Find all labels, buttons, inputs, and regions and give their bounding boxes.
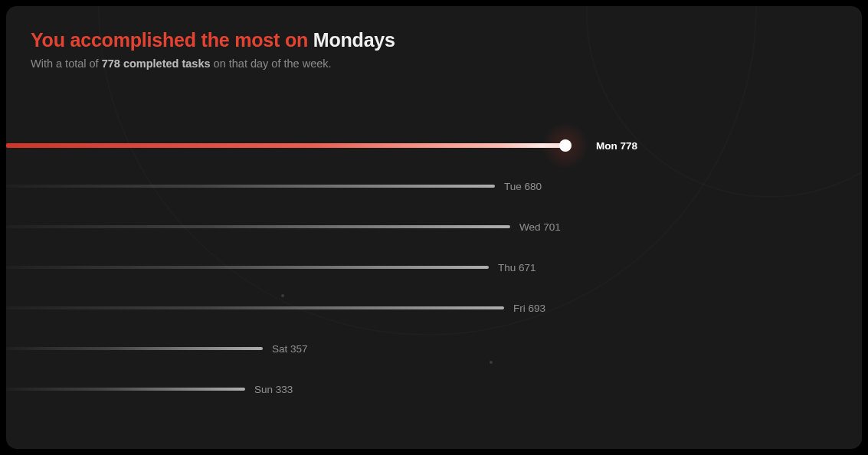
page-title: You accomplished the most on Mondays xyxy=(31,29,837,51)
day-bars-container: Mon 778Tue 680Wed 701Thu 671Fri 693Sat 3… xyxy=(6,140,837,424)
bar-track xyxy=(6,347,263,350)
bar-label: Tue 680 xyxy=(504,181,542,192)
bar-label: Mon 778 xyxy=(596,140,637,152)
stats-card: You accomplished the most on Mondays Wit… xyxy=(6,6,862,449)
bar-row: Sat 357 xyxy=(6,343,837,354)
bar-label: Thu 671 xyxy=(498,262,536,273)
bar-track xyxy=(6,185,495,188)
bar-track-highlight xyxy=(6,143,565,148)
bar-row: Mon 778 xyxy=(6,140,837,151)
subtitle-bold: 778 completed tasks xyxy=(102,57,211,70)
bar-knob-icon xyxy=(559,139,572,152)
bar-label: Fri 693 xyxy=(513,303,545,314)
bar-track xyxy=(6,225,510,228)
bar-row: Sun 333 xyxy=(6,384,837,394)
subtitle: With a total of 778 completed tasks on t… xyxy=(31,57,837,70)
bar-row: Tue 680 xyxy=(6,181,837,191)
bar-track xyxy=(6,306,504,309)
bar-track xyxy=(6,266,489,269)
bar-row: Fri 693 xyxy=(6,303,837,313)
title-prefix: You accomplished the most on xyxy=(31,29,313,51)
subtitle-suffix: on that day of the week. xyxy=(211,57,332,70)
bar-label: Sat 357 xyxy=(272,343,308,355)
bar-label: Wed 701 xyxy=(519,221,561,233)
subtitle-prefix: With a total of xyxy=(31,57,102,70)
bar-row: Wed 701 xyxy=(6,221,837,232)
bar-row: Thu 671 xyxy=(6,262,837,273)
bar-track xyxy=(6,388,245,391)
bar-label: Sun 333 xyxy=(254,384,293,395)
title-highlight: Mondays xyxy=(313,29,395,51)
